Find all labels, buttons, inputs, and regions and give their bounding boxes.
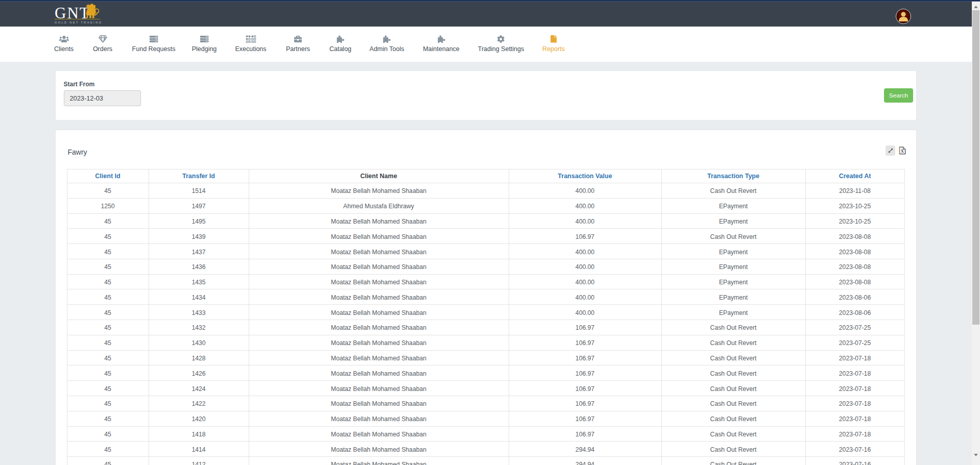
svg-text:X: X	[901, 149, 904, 154]
